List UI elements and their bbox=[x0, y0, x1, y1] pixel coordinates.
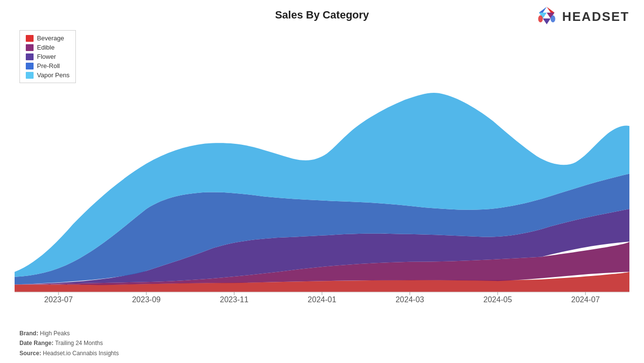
svg-marker-1 bbox=[539, 7, 547, 13]
legend-item-vaporpens: Vapor Pens bbox=[26, 71, 70, 79]
svg-point-6 bbox=[551, 16, 555, 22]
chart-footer: Brand: High Peaks Date Range: Trailing 2… bbox=[19, 328, 119, 358]
footer-brand: Brand: High Peaks bbox=[19, 328, 119, 338]
footer-date-label: Date Range: bbox=[19, 340, 54, 346]
svg-text:2023-09: 2023-09 bbox=[132, 294, 161, 303]
legend-item-edible: Edible bbox=[26, 44, 70, 51]
svg-text:2023-11: 2023-11 bbox=[220, 294, 249, 303]
legend-label-edible: Edible bbox=[37, 44, 54, 51]
legend-item-beverage: Beverage bbox=[26, 35, 70, 42]
logo-text: HEADSET bbox=[562, 9, 629, 24]
headset-logo-icon bbox=[535, 5, 558, 28]
footer-source-value: Headset.io Cannabis Insights bbox=[43, 350, 119, 357]
legend-label-flower: Flower bbox=[37, 53, 56, 60]
svg-marker-4 bbox=[543, 18, 551, 24]
svg-marker-0 bbox=[547, 7, 555, 13]
svg-text:2024-07: 2024-07 bbox=[571, 294, 600, 303]
chart-area: Beverage Edible Flower Pre-Roll Vapor Pe… bbox=[15, 25, 629, 307]
legend-swatch-edible bbox=[26, 44, 34, 51]
logo: HEADSET bbox=[535, 5, 629, 28]
page: HEADSET Sales By Category Beverage Edibl… bbox=[0, 0, 644, 363]
legend-swatch-flower bbox=[26, 53, 34, 60]
legend-item-preroll: Pre-Roll bbox=[26, 62, 70, 69]
svg-point-5 bbox=[538, 16, 543, 22]
legend-swatch-preroll bbox=[26, 63, 34, 69]
legend-item-flower: Flower bbox=[26, 53, 70, 60]
chart-legend: Beverage Edible Flower Pre-Roll Vapor Pe… bbox=[19, 30, 76, 83]
footer-date-value: Trailing 24 Months bbox=[55, 340, 103, 346]
footer-source-label: Source: bbox=[19, 350, 41, 357]
legend-label-preroll: Pre-Roll bbox=[37, 62, 60, 69]
legend-swatch-vaporpens bbox=[26, 72, 34, 79]
svg-text:2024-01: 2024-01 bbox=[308, 294, 337, 303]
footer-brand-value: High Peaks bbox=[40, 330, 70, 337]
svg-text:2023-07: 2023-07 bbox=[44, 294, 73, 303]
footer-source: Source: Headset.io Cannabis Insights bbox=[19, 348, 119, 358]
area-chart-svg: 2023-07 2023-09 2023-11 2024-01 2024-03 … bbox=[15, 25, 629, 307]
legend-swatch-beverage bbox=[26, 35, 34, 42]
footer-daterange: Date Range: Trailing 24 Months bbox=[19, 338, 119, 348]
svg-text:2024-03: 2024-03 bbox=[395, 294, 424, 303]
legend-label-vaporpens: Vapor Pens bbox=[37, 71, 70, 79]
legend-label-beverage: Beverage bbox=[37, 35, 64, 42]
footer-brand-label: Brand: bbox=[19, 330, 38, 337]
svg-text:2024-05: 2024-05 bbox=[483, 294, 512, 303]
